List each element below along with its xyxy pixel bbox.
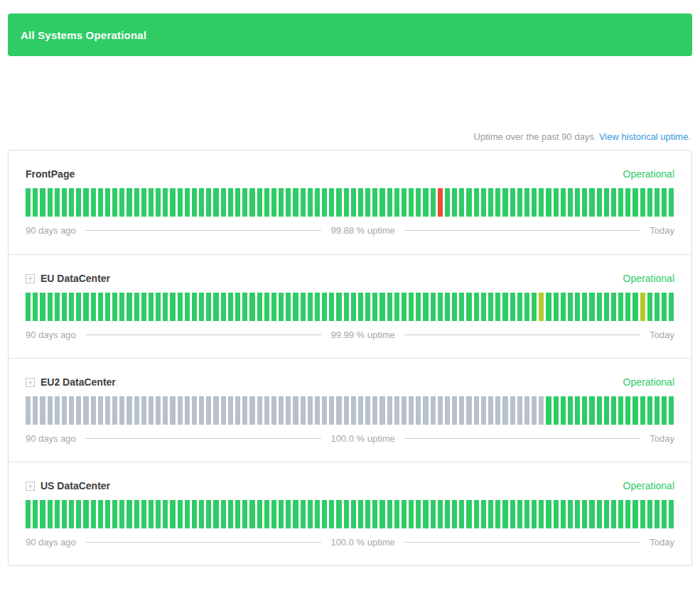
uptime-bar-nodata[interactable] bbox=[372, 396, 377, 425]
uptime-bar-operational[interactable] bbox=[192, 293, 197, 321]
uptime-bar-operational[interactable] bbox=[105, 188, 110, 217]
uptime-bar-operational[interactable] bbox=[344, 293, 349, 321]
uptime-bar-operational[interactable] bbox=[242, 188, 247, 217]
uptime-bar-operational[interactable] bbox=[423, 293, 428, 321]
uptime-bar-operational[interactable] bbox=[575, 293, 580, 321]
uptime-bar-nodata[interactable] bbox=[379, 396, 384, 425]
uptime-bar-operational[interactable] bbox=[351, 293, 356, 321]
uptime-bar-nodata[interactable] bbox=[141, 396, 146, 425]
uptime-bar-nodata[interactable] bbox=[416, 396, 421, 425]
uptime-bar-operational[interactable] bbox=[119, 500, 124, 528]
uptime-bar-nodata[interactable] bbox=[55, 396, 60, 425]
uptime-bar-operational[interactable] bbox=[83, 293, 88, 321]
uptime-bar-nodata[interactable] bbox=[228, 396, 233, 425]
uptime-bar-nodata[interactable] bbox=[69, 396, 74, 425]
uptime-bar-operational[interactable] bbox=[640, 500, 645, 528]
uptime-bar-operational[interactable] bbox=[199, 188, 204, 217]
uptime-bar-operational[interactable] bbox=[185, 500, 190, 528]
uptime-bar-nodata[interactable] bbox=[163, 396, 168, 425]
uptime-bar-nodata[interactable] bbox=[192, 396, 197, 425]
uptime-bar-operational[interactable] bbox=[495, 293, 500, 321]
uptime-bar-operational[interactable] bbox=[48, 500, 53, 528]
uptime-bar-operational[interactable] bbox=[149, 293, 154, 321]
uptime-bar-operational[interactable] bbox=[365, 500, 370, 528]
uptime-bar-operational[interactable] bbox=[495, 500, 500, 528]
uptime-bar-operational[interactable] bbox=[322, 293, 327, 321]
uptime-bar-operational[interactable] bbox=[271, 500, 276, 528]
uptime-bar-operational[interactable] bbox=[33, 500, 38, 528]
uptime-bar-operational[interactable] bbox=[597, 293, 602, 321]
uptime-bar-operational[interactable] bbox=[156, 500, 161, 528]
uptime-bar-operational[interactable] bbox=[632, 188, 637, 217]
uptime-bar-nodata[interactable] bbox=[149, 396, 154, 425]
uptime-bar-operational[interactable] bbox=[279, 500, 284, 528]
uptime-bar-operational[interactable] bbox=[249, 500, 254, 528]
uptime-bar-nodata[interactable] bbox=[206, 396, 211, 425]
uptime-bar-operational[interactable] bbox=[315, 500, 320, 528]
uptime-bar-operational[interactable] bbox=[379, 293, 384, 321]
uptime-bar-operational[interactable] bbox=[416, 293, 421, 321]
uptime-bar-nodata[interactable] bbox=[199, 396, 204, 425]
uptime-bar-operational[interactable] bbox=[192, 188, 197, 217]
expand-plus-icon[interactable] bbox=[26, 378, 35, 387]
uptime-bar-operational[interactable] bbox=[589, 188, 594, 217]
uptime-bar-operational[interactable] bbox=[662, 293, 667, 321]
uptime-bar-nodata[interactable] bbox=[279, 396, 284, 425]
uptime-bar-operational[interactable] bbox=[221, 500, 226, 528]
expand-plus-icon[interactable] bbox=[26, 482, 35, 491]
uptime-bar-operational[interactable] bbox=[611, 293, 616, 321]
uptime-bar-nodata[interactable] bbox=[524, 396, 529, 425]
uptime-bar-operational[interactable] bbox=[532, 293, 537, 321]
uptime-bar-operational[interactable] bbox=[163, 293, 168, 321]
uptime-bar-operational[interactable] bbox=[48, 293, 53, 321]
uptime-bar-operational[interactable] bbox=[119, 293, 124, 321]
uptime-bar-operational[interactable] bbox=[561, 500, 566, 528]
uptime-bar-operational[interactable] bbox=[336, 500, 341, 528]
uptime-bar-operational[interactable] bbox=[76, 293, 81, 321]
uptime-bar-operational[interactable] bbox=[344, 188, 349, 217]
uptime-bar-operational[interactable] bbox=[662, 188, 667, 217]
uptime-bar-nodata[interactable] bbox=[315, 396, 320, 425]
uptime-bar-operational[interactable] bbox=[98, 500, 103, 528]
uptime-bar-operational[interactable] bbox=[625, 188, 630, 217]
uptime-bar-operational[interactable] bbox=[561, 396, 566, 425]
uptime-bar-operational[interactable] bbox=[582, 396, 587, 425]
uptime-bar-operational[interactable] bbox=[662, 500, 667, 528]
uptime-bar-operational[interactable] bbox=[379, 500, 384, 528]
uptime-bar-operational[interactable] bbox=[315, 293, 320, 321]
uptime-bar-operational[interactable] bbox=[387, 500, 392, 528]
uptime-bar-operational[interactable] bbox=[416, 188, 421, 217]
uptime-bar-operational[interactable] bbox=[611, 188, 616, 217]
uptime-bar-nodata[interactable] bbox=[98, 396, 103, 425]
uptime-bar-operational[interactable] bbox=[488, 500, 493, 528]
uptime-bar-operational[interactable] bbox=[249, 293, 254, 321]
uptime-bar-operational[interactable] bbox=[213, 188, 218, 217]
uptime-bar-nodata[interactable] bbox=[271, 396, 276, 425]
uptime-bar-operational[interactable] bbox=[517, 500, 522, 528]
uptime-bar-operational[interactable] bbox=[286, 188, 291, 217]
uptime-bar-nodata[interactable] bbox=[387, 396, 392, 425]
uptime-bar-nodata[interactable] bbox=[257, 396, 262, 425]
uptime-bar-operational[interactable] bbox=[163, 500, 168, 528]
expand-plus-icon[interactable] bbox=[26, 274, 35, 283]
uptime-bar-operational[interactable] bbox=[532, 500, 537, 528]
uptime-bar-operational[interactable] bbox=[416, 500, 421, 528]
uptime-bar-operational[interactable] bbox=[625, 293, 630, 321]
uptime-bar-operational[interactable] bbox=[83, 500, 88, 528]
uptime-bar-operational[interactable] bbox=[387, 188, 392, 217]
uptime-bar-operational[interactable] bbox=[358, 500, 363, 528]
uptime-bar-operational[interactable] bbox=[235, 500, 240, 528]
uptime-bar-operational[interactable] bbox=[301, 293, 306, 321]
uptime-bar-operational[interactable] bbox=[55, 500, 60, 528]
uptime-bar-operational[interactable] bbox=[459, 293, 464, 321]
uptime-bar-operational[interactable] bbox=[669, 500, 674, 528]
uptime-bar-operational[interactable] bbox=[582, 188, 587, 217]
uptime-bar-operational[interactable] bbox=[575, 396, 580, 425]
uptime-bar-operational[interactable] bbox=[141, 500, 146, 528]
uptime-bar-operational[interactable] bbox=[134, 293, 139, 321]
uptime-bar-operational[interactable] bbox=[452, 293, 457, 321]
uptime-bar-operational[interactable] bbox=[62, 188, 67, 217]
uptime-bar-operational[interactable] bbox=[257, 188, 262, 217]
uptime-bar-operational[interactable] bbox=[510, 188, 515, 217]
uptime-bar-nodata[interactable] bbox=[76, 396, 81, 425]
